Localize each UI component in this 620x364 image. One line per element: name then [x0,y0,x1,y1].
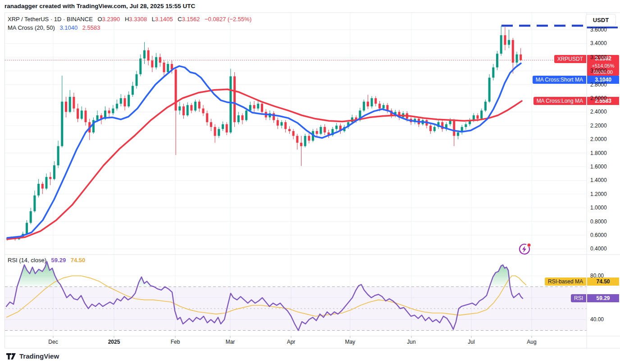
rsi-ma-legend-value: 74.50 [71,257,86,264]
attribution-text: ranadagger created with TradingView.com,… [5,3,195,9]
price-axis-label: 0.6000 [590,232,607,238]
ohlc-open-value: 3.2390 [102,16,120,23]
currency-toggle-button[interactable]: USDT [586,14,616,26]
tradingview-logo: TradingView [6,352,59,360]
symbol-title: XRP / TetherUS · 1D · BINANCE [8,16,93,23]
price-axis-label: 3.2000 [590,55,607,60]
price-axis-label: 1.8000 [590,150,607,156]
ohlc-low-value: 3.1405 [155,16,173,23]
ohlc-open-label: O [97,16,102,23]
price-axis-label: 2.0000 [590,136,607,142]
price-axis-label: 2.2000 [590,123,607,128]
ohlc-high-label: H [125,16,129,23]
rsi-legend-label: RSI (14, close) [8,257,46,264]
price-axis-label: 0.8000 [590,219,607,224]
tradingview-logo-text: TradingView [19,352,59,360]
ma-short-legend-value: 3.1040 [59,24,78,31]
rsi-axis-label: 80.00 [590,273,604,278]
time-axis-label-2025: 2025 [108,339,120,345]
price-axis-label: 1.4000 [590,177,607,183]
rsi-legend-value: 59.29 [51,257,66,264]
ma-long-legend-value: 2.5583 [82,24,100,31]
ohlc-close-value: 3.1562 [182,16,200,23]
symbol-price-tag: XRPUSDT [554,55,586,63]
ohlc-low-label: L [152,16,155,23]
ma-cross-label: MA Cross (20, 50) [8,24,55,31]
ohlc-close-label: C [178,16,182,23]
price-axis-label: 2.8000 [590,82,607,87]
tradingview-chart-widget: ranadagger created with TradingView.com,… [0,0,620,364]
time-axis-label-may: May [345,339,356,345]
ma-cross-legend-row[interactable]: MA Cross (20, 50) 3.1040 2.5583 [8,24,100,31]
tradingview-logo-icon [6,353,16,360]
time-axis-label-dec: Dec [48,339,58,345]
long-ma-tag: MA Cross:Long MA [533,97,586,105]
rsi-legend-row[interactable]: RSI (14, close) 59.29 74.50 [8,257,85,264]
time-axis-label-apr: Apr [287,339,296,345]
time-axis-label-feb: Feb [171,339,180,345]
short-ma-tag: MA Cross:Short MA [533,76,586,84]
price-axis-label: 1.2000 [590,191,607,197]
chart-canvas[interactable] [0,0,620,364]
time-axis-label-jun: Jun [407,339,415,345]
price-axis-label: 2.6000 [590,96,607,101]
rsi-tag: RSI [571,294,586,302]
time-axis-label-mar: Mar [226,339,235,345]
price-axis-label: 3.0000 [590,68,607,73]
symbol-legend-row[interactable]: XRP / TetherUS · 1D · BINANCE O3.2390 H3… [8,16,251,23]
rsi-ma-tag: RSI-based MA [545,278,586,286]
rsi-axis-label: 40.00 [590,317,604,322]
ohlc-change: −0.0827 (−2.55%) [205,16,251,23]
rsi-axis-value: 59.29 [587,294,619,302]
price-axis-label: 1.6000 [590,164,607,169]
time-axis-label-jul: Jul [468,339,474,345]
price-axis-label: 1.0000 [590,205,607,210]
ohlc-high-value: 3.3308 [129,16,147,23]
price-axis-label: 0.4000 [590,246,607,251]
price-axis-label: 2.4000 [590,109,607,114]
price-axis-label: 3.6000 [590,27,607,32]
time-axis-label-aug: Aug [527,339,536,345]
price-axis-label: 3.4000 [590,41,607,46]
events-flash-icon[interactable] [519,242,531,255]
